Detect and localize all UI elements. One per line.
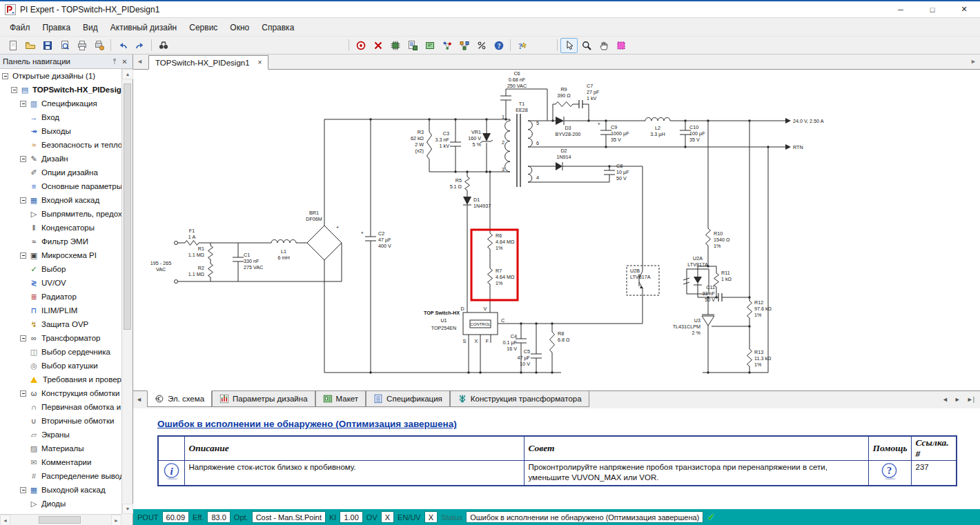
menu-item[interactable]: Файл — [3, 20, 37, 35]
scrollbar-thumb[interactable] — [39, 516, 81, 524]
tree-expander[interactable] — [20, 335, 26, 341]
menu-item[interactable]: Правка — [37, 20, 77, 35]
nav-tree-item[interactable]: ≷UV/OV — [0, 276, 121, 290]
chip-document-button[interactable] — [404, 38, 421, 53]
nav-tree-label: Фильтр ЭМИ — [41, 237, 88, 246]
redo-button[interactable] — [131, 38, 148, 53]
scroll-right-button[interactable]: ► — [111, 515, 121, 525]
nav-tree-item[interactable]: ⊓ILIM/PLIM — [0, 304, 121, 317]
nav-tree-item[interactable]: ≈Фильтр ЭМИ — [0, 235, 121, 248]
find-binoculars-button[interactable] — [155, 38, 172, 53]
view-tab-scroll-last[interactable]: ►| — [967, 396, 974, 403]
minimize-button[interactable]: ─ — [885, 1, 917, 17]
tab-scroll-right[interactable]: ► — [970, 58, 977, 65]
nav-tree-item[interactable]: ωКонструкция обмотки — [0, 386, 121, 400]
tree-expander[interactable] — [20, 156, 26, 162]
nav-tree-item[interactable]: ▦Выходной каскад — [0, 483, 121, 497]
share-branch-button[interactable] — [455, 38, 473, 53]
view-tab[interactable]: Макет — [315, 390, 366, 407]
menu-item[interactable]: Окно — [224, 20, 255, 35]
nav-tree-item[interactable]: ↯Защита OVP — [0, 317, 121, 331]
pan-hand-button[interactable] — [595, 38, 612, 53]
nav-tree-item[interactable]: ▦Входной каскад — [0, 193, 121, 207]
context-help-button[interactable]: ? — [513, 38, 531, 53]
select-cursor-button[interactable] — [560, 38, 578, 53]
nav-tree-item[interactable]: ▣Микросхема PI — [0, 248, 121, 262]
tree-expander[interactable] — [20, 390, 26, 397]
document-tab[interactable]: TOPSwitch-HX_PIDesign1× — [148, 55, 268, 70]
ic-chip-button[interactable] — [386, 38, 404, 53]
nav-tree-item[interactable]: ▱Экраны — [0, 428, 121, 442]
page-setup-button[interactable] — [90, 38, 108, 53]
view-tab[interactable]: Эл. схема — [147, 390, 212, 407]
nav-tree-item[interactable]: Требования и проверки — [0, 373, 121, 386]
nav-tree-item[interactable]: ✎Дизайн — [0, 152, 121, 166]
tree-expander[interactable] — [20, 487, 26, 493]
nav-tree-item[interactable]: ✐Опции дизайна — [0, 166, 121, 179]
close-icon[interactable]: × — [258, 59, 262, 66]
nav-tree-item[interactable]: ✉Комментарии — [0, 455, 121, 469]
percent-badge-button[interactable] — [473, 38, 490, 53]
nav-tree-item[interactable]: ∞Трансформатор — [0, 331, 121, 345]
tree-expander[interactable] — [20, 252, 26, 259]
print-preview-button[interactable] — [56, 38, 73, 53]
schematic-canvas[interactable]: C60.68 nF250 VACT1EE28R9390 ΩC727 pF1 kV… — [133, 70, 980, 390]
nav-tree-item[interactable]: ≣Радиатор — [0, 290, 121, 304]
scroll-up-button[interactable]: ▲ — [122, 69, 133, 79]
nav-tree-item[interactable]: ▨Материалы — [0, 442, 121, 455]
tree-expander[interactable] — [20, 197, 26, 204]
print-button[interactable] — [73, 38, 90, 53]
layout-board-button[interactable] — [421, 38, 438, 53]
nav-tree-item[interactable]: ∪Вторичные обмотки — [0, 414, 121, 428]
scroll-left-button[interactable]: ◄ — [0, 515, 10, 525]
nav-horizontal-scrollbar[interactable]: ◄► — [0, 514, 121, 525]
nav-tree-item[interactable]: ∩Первичная обмотка и с — [0, 400, 121, 414]
close-button[interactable]: ✕ — [948, 1, 980, 17]
tree-expander[interactable] — [20, 101, 26, 107]
tree-expander[interactable] — [11, 87, 17, 93]
save-button[interactable] — [39, 38, 56, 53]
open-folder-button[interactable] — [21, 38, 39, 53]
region-zoom-button[interactable] — [612, 38, 629, 53]
nav-tree-item[interactable]: ‖Конденсаторы — [0, 221, 121, 235]
menu-item[interactable]: Справка — [255, 20, 300, 35]
maximize-button[interactable]: □ — [917, 1, 948, 17]
help-circle-button[interactable]: ? — [490, 38, 507, 53]
scroll-down-button[interactable]: ▼ — [122, 504, 133, 514]
undo-button[interactable] — [114, 38, 131, 53]
view-tab[interactable]: Параметры дизайна — [212, 390, 315, 407]
message-help-cell[interactable]: ? — [868, 461, 911, 486]
tree-expander[interactable] — [2, 73, 8, 79]
zoom-magnifier-button[interactable] — [578, 38, 595, 53]
nav-vertical-scrollbar[interactable]: ▲▼ — [121, 69, 133, 514]
view-tab-scroll-first[interactable]: ◄ — [136, 396, 142, 403]
view-tab-scroll-left[interactable]: ◄ — [942, 396, 948, 403]
menu-item[interactable]: Сервис — [183, 20, 224, 35]
scrollbar-thumb[interactable] — [124, 83, 131, 330]
stop-tool-button[interactable] — [369, 38, 386, 53]
nav-tree-item[interactable]: ✓Выбор — [0, 262, 121, 276]
nav-tree-item[interactable]: #Распределение выводо — [0, 469, 121, 483]
view-tab-scroll-right[interactable]: ► — [954, 396, 961, 403]
nav-tree-item[interactable]: ▷Выпрямитель, предохр — [0, 207, 121, 221]
network-nodes-button[interactable] — [438, 38, 455, 53]
nav-tree-item[interactable]: ▥Спецификация — [0, 97, 121, 110]
tab-scroll-left[interactable]: ◄ — [137, 58, 143, 65]
nav-tree-item[interactable]: ◎Выбор катушки — [0, 359, 121, 373]
close-icon[interactable]: ✕ — [119, 58, 130, 66]
view-tab[interactable]: Спецификация — [366, 390, 450, 407]
nav-tree-item[interactable]: ▷Диоды — [0, 497, 121, 511]
new-document-button[interactable] — [4, 38, 21, 53]
menu-item[interactable]: Вид — [77, 20, 104, 35]
pin-icon[interactable] — [109, 57, 119, 66]
menu-item[interactable]: Активный дизайн — [104, 20, 183, 35]
nav-tree-item[interactable]: ↠Выходы — [0, 124, 121, 138]
view-tab[interactable]: Конструкция трансформатора — [450, 390, 589, 407]
nav-tree-item[interactable]: ≈Безопасность и теплов — [0, 138, 121, 152]
nav-tree-item[interactable]: →Вход — [0, 110, 121, 124]
optimize-target-button[interactable] — [352, 38, 369, 53]
nav-tree-item[interactable]: ≡Основные параметры — [0, 179, 121, 193]
nav-tree-item[interactable]: ◫Выбор сердечника — [0, 345, 121, 359]
nav-tree-item[interactable]: Открытые дизайны (1) — [0, 69, 121, 83]
nav-tree-item[interactable]: ▤TOPSwitch-HX_PIDesign1 — [0, 83, 121, 97]
